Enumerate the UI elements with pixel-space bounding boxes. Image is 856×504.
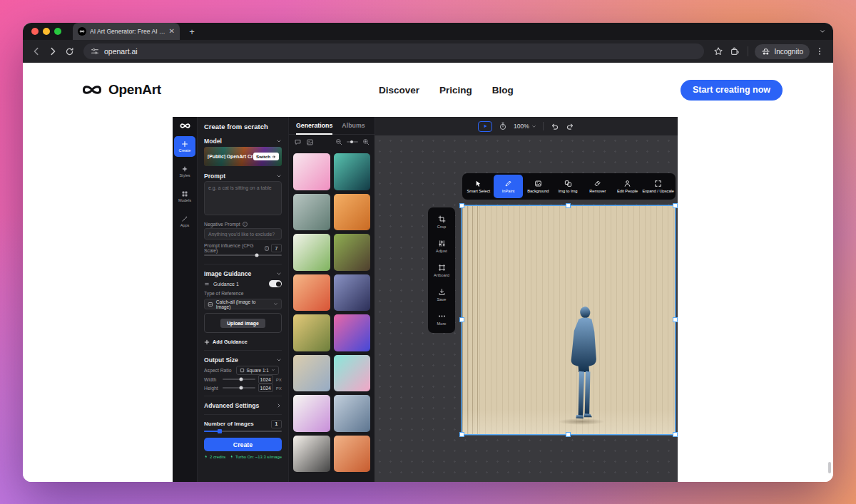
model-switch-button[interactable]: Switch	[253, 153, 279, 160]
start-creating-button[interactable]: Start creating now	[681, 80, 783, 101]
generation-thumbnail-old-man-cartoon[interactable]	[293, 194, 330, 231]
extensions-icon[interactable]	[728, 45, 741, 58]
generation-thumbnail-fantasy-warrior[interactable]	[293, 314, 330, 351]
artwork[interactable]	[462, 206, 675, 434]
tool-inpaint[interactable]: InPaint	[494, 175, 524, 198]
rail-item-models[interactable]: Models	[174, 186, 195, 207]
turbo-indicator[interactable]: Turbo On: ~13.3 s/image	[230, 454, 282, 459]
tool-crop[interactable]: Crop	[428, 210, 455, 234]
reference-type-select[interactable]: Catch-all (Image to Image)	[204, 299, 282, 309]
guidance-toggle[interactable]	[269, 280, 282, 287]
info-icon[interactable]	[265, 246, 270, 251]
width-value[interactable]: 1024	[258, 375, 273, 384]
model-section-header[interactable]: Model	[204, 135, 282, 146]
maximize-window-button[interactable]	[54, 28, 61, 35]
prompt-input[interactable]	[204, 181, 282, 215]
reload-icon[interactable]	[63, 45, 76, 58]
openart-logo[interactable]: OpenArt	[81, 82, 161, 98]
tool-adjust[interactable]: Adjust	[428, 234, 455, 258]
run-play-button[interactable]	[478, 121, 492, 132]
rail-item-apps[interactable]: Apps	[174, 211, 195, 232]
height-value[interactable]: 1024	[258, 384, 273, 392]
tab-search-chevron-icon[interactable]	[819, 28, 826, 35]
tool-img-to-img[interactable]: Img to Img	[553, 175, 583, 198]
timer-icon[interactable]	[499, 122, 507, 130]
browser-menu-kebab-icon[interactable]	[813, 45, 826, 58]
image-guidance-header[interactable]: Image Guidance	[204, 268, 282, 279]
tool-expand-upscale[interactable]: Expand / Upscale	[642, 175, 674, 198]
generation-thumbnail-pink-blob-character[interactable]	[293, 153, 330, 190]
cfg-value[interactable]: 7	[271, 244, 282, 252]
add-guidance-button[interactable]: Add Guidance	[204, 337, 282, 346]
generation-thumbnail-girl-green-background[interactable]	[334, 234, 371, 271]
cfg-slider[interactable]	[204, 254, 282, 256]
generation-thumbnail-abstract-shapes[interactable]	[293, 395, 330, 432]
selection-handle[interactable]	[566, 432, 571, 437]
generation-thumbnail-orange-canyon[interactable]	[334, 436, 371, 473]
selection-handle[interactable]	[673, 203, 678, 208]
tool-edit-people[interactable]: Edit People	[613, 175, 643, 198]
browser-tab[interactable]: AI Art Generator: Free AI Ima... ✕	[73, 23, 180, 40]
generation-thumbnail-green-landscape-frame[interactable]	[293, 234, 330, 271]
output-size-header[interactable]: Output Size	[204, 354, 282, 365]
tool-remover[interactable]: Remover	[583, 175, 613, 198]
redo-icon[interactable]	[566, 122, 575, 131]
nav-discover[interactable]: Discover	[379, 85, 419, 96]
prompt-section-header[interactable]: Prompt	[204, 170, 282, 181]
advanced-settings-row[interactable]: Advanced Settings	[204, 400, 282, 411]
height-slider[interactable]	[223, 387, 255, 389]
tab-close-icon[interactable]: ✕	[169, 28, 175, 35]
aspect-ratio-select[interactable]: Square 1:1	[236, 366, 279, 375]
selection-handle[interactable]	[459, 432, 464, 437]
comment-icon[interactable]	[294, 138, 302, 146]
nav-pricing[interactable]: Pricing	[439, 85, 472, 96]
site-settings-icon[interactable]	[91, 47, 99, 56]
create-button[interactable]: Create	[204, 438, 282, 451]
tool-artboard[interactable]: Artboard	[428, 258, 455, 282]
number-of-images-slider[interactable]	[204, 431, 282, 432]
minimize-window-button[interactable]	[43, 28, 50, 35]
selection-handle[interactable]	[673, 432, 678, 437]
forward-icon[interactable]	[46, 45, 59, 58]
thumbnail-zoom-slider[interactable]	[347, 141, 358, 143]
drag-handle-icon[interactable]	[204, 281, 210, 287]
model-banner[interactable]: [Public] OpenArt Creative Switch	[204, 147, 282, 166]
frame-icon[interactable]	[306, 138, 314, 146]
generation-thumbnail-cyclist-teal[interactable]	[334, 153, 371, 190]
upload-image-button[interactable]: Upload image	[220, 319, 265, 328]
zoom-in-icon[interactable]	[362, 138, 370, 145]
generation-thumbnail-sunset-gradient[interactable]	[293, 274, 330, 312]
tab-generations[interactable]: Generations	[296, 117, 332, 134]
tool-more[interactable]: More	[428, 307, 455, 331]
number-of-images-value[interactable]: 1	[271, 420, 282, 428]
tool-save[interactable]: Save	[428, 282, 455, 307]
back-icon[interactable]	[30, 45, 43, 58]
tool-background[interactable]: Background	[523, 175, 553, 198]
nav-blog[interactable]: Blog	[492, 85, 514, 96]
selection-handle[interactable]	[459, 203, 464, 208]
selection-handle[interactable]	[459, 317, 464, 322]
generation-thumbnail-beige-room-figure[interactable]	[293, 355, 330, 392]
rail-item-styles[interactable]: Styles	[174, 161, 195, 182]
generation-thumbnail-pink-creature-teal[interactable]	[334, 355, 371, 392]
close-window-button[interactable]	[31, 28, 39, 35]
selection-handle[interactable]	[566, 203, 571, 208]
generation-thumbnail-anime-girl-night[interactable]	[334, 274, 371, 312]
generation-thumbnail-orange-cat[interactable]	[334, 194, 371, 231]
tool-smart-select[interactable]: Smart Select	[464, 175, 494, 198]
bookmark-star-icon[interactable]	[712, 45, 725, 58]
canvas-field[interactable]: Smart Select InPaint Background Img	[374, 135, 678, 482]
generation-thumbnail-colorful-robots[interactable]	[334, 314, 371, 351]
selection-handle[interactable]	[673, 317, 678, 322]
negative-prompt-input[interactable]	[204, 228, 282, 240]
undo-icon[interactable]	[550, 122, 559, 131]
tab-albums[interactable]: Albums	[342, 117, 365, 134]
page-scrollbar[interactable]	[828, 462, 831, 473]
new-tab-button[interactable]: +	[186, 26, 198, 37]
generation-thumbnail-cat-sweater[interactable]	[334, 395, 371, 432]
info-icon[interactable]	[243, 222, 248, 227]
url-bar[interactable]: openart.ai	[83, 43, 704, 59]
rail-item-create[interactable]: Create	[174, 136, 195, 157]
zoom-control[interactable]: 100%	[514, 123, 536, 130]
generation-thumbnail-portrait-girl[interactable]	[293, 436, 330, 473]
